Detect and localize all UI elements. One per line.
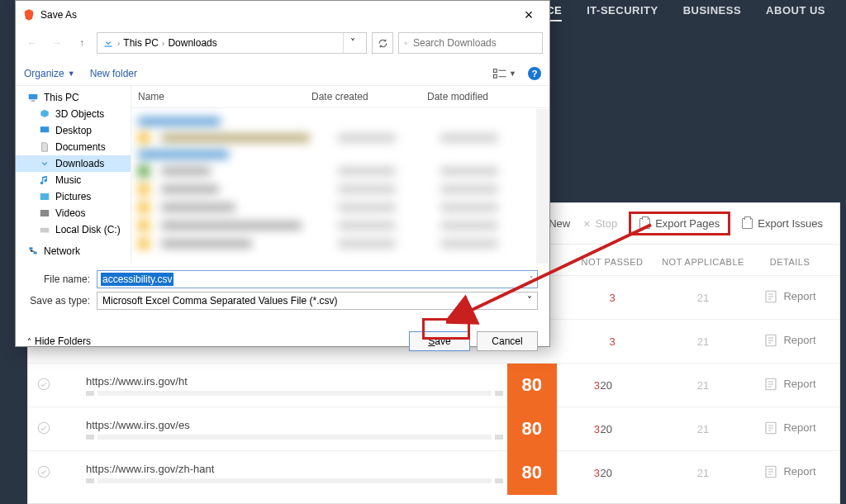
export-issues-button[interactable]: Export Issues [740,214,825,233]
view-options[interactable]: ▼ [492,68,516,79]
report-button[interactable]: Report [763,289,815,304]
path-segment[interactable]: Downloads [168,37,216,49]
not-passed-value: 3 [594,423,600,435]
passed-value: 20 [561,379,652,392]
site-nav: MMERCE IT-SECURITY BUSINESS ABOUT US [511,4,825,21]
svg-point-8 [405,41,407,44]
tree-this-pc[interactable]: This PC [16,89,131,106]
svg-rect-10 [494,75,497,78]
folder-tree: This PC 3D Objects Desktop Documents Dow… [16,86,131,264]
check-circle-icon [36,421,51,435]
path-segment[interactable]: This PC [123,37,159,49]
svg-rect-17 [29,247,32,250]
result-row: https://www.irs.gov/es 80 20 3 21 Report [28,407,839,450]
not-applicable-value: 21 [658,335,749,348]
vertical-scrollbar[interactable] [536,109,549,264]
svg-rect-16 [40,228,50,233]
tree-downloads[interactable]: Downloads [16,155,131,172]
new-folder-button[interactable]: New folder [90,68,137,79]
col-not-applicable: NOT APPLICABLE [658,257,749,267]
tree-network[interactable]: Network [16,243,131,259]
col-not-passed: NOT PASSED [567,257,658,267]
tree-local-disk[interactable]: Local Disk (C:) [16,221,131,238]
save-as-dialog: Save As × ← → ↑ › This PC › Downloads ˅ … [15,0,550,347]
col-date-modified[interactable]: Date modified [427,91,543,102]
up-button[interactable]: ↑ [72,33,92,53]
tree-music[interactable]: Music [16,172,131,188]
svg-point-4 [38,422,50,434]
hide-folders-toggle[interactable]: ˄ Hide Folders [27,335,91,347]
check-circle-icon [36,464,51,479]
not-passed-value: 3 [567,335,658,348]
savetype-label: Save as type: [27,295,90,307]
check-circle-icon [36,377,51,392]
new-button[interactable]: New [547,214,572,233]
report-button[interactable]: Report [763,377,815,392]
svg-rect-9 [494,69,497,73]
cancel-button[interactable]: Cancel [477,331,538,351]
not-applicable-value: 21 [658,379,749,392]
tree-videos[interactable]: Videos [16,205,131,221]
not-passed-value: 3 [594,467,600,479]
close-button[interactable]: × [515,6,543,24]
col-name[interactable]: Name [138,91,311,102]
report-button[interactable]: Report [763,464,815,479]
file-list: Name Date created Date modified [131,86,549,264]
tree-pictures[interactable]: Pictures [16,188,131,205]
report-button[interactable]: Report [763,421,815,435]
help-icon[interactable]: ? [528,67,541,80]
score-value: 80 [507,407,557,451]
dialog-toolbar: Organize ▼ New folder ▼ ? [16,62,549,86]
nav-about-us[interactable]: ABOUT US [766,4,825,21]
not-passed-value: 3 [567,292,658,304]
tree-desktop[interactable]: Desktop [16,122,131,139]
nav-business[interactable]: BUSINESS [683,4,741,21]
svg-rect-12 [31,101,36,102]
svg-rect-18 [34,252,37,254]
result-url: https://www.irs.gov/es [86,419,503,431]
address-bar[interactable]: › This PC › Downloads ˅ [97,32,367,54]
nav-it-security[interactable]: IT-SECURITY [587,4,658,21]
svg-point-2 [38,378,50,390]
result-url: https://www.irs.gov/ht [86,375,503,388]
result-url: https://www.irs.gov/zh-hant [86,463,503,475]
export-pages-button[interactable]: Export Pages [629,212,730,235]
not-passed-value: 3 [594,379,600,392]
nav-address-row: ← → ↑ › This PC › Downloads ˅ [16,29,549,62]
not-applicable-value: 21 [658,423,749,435]
col-date-created[interactable]: Date created [311,91,427,102]
highlight-save [422,318,470,340]
forward-button[interactable]: → [47,33,67,53]
refresh-button[interactable] [372,32,393,54]
view-icon [492,68,507,79]
export-icon [742,218,753,229]
blurred-file-rows [131,111,549,264]
search-input[interactable] [413,37,537,49]
search-icon [404,38,408,49]
report-button[interactable]: Report [763,333,815,348]
download-icon [102,37,114,49]
not-applicable-value: 21 [658,292,749,304]
export-icon [639,218,650,229]
tree-documents[interactable]: Documents [16,139,131,155]
path-dropdown[interactable]: ˅ [343,33,361,53]
passed-value: 20 [561,467,652,479]
result-row: https://www.irs.gov/zh-hant 80 20 3 21 R… [28,450,839,494]
svg-rect-13 [40,126,50,132]
score-value: 80 [507,364,557,407]
filename-label: File name: [27,273,90,285]
dialog-titlebar: Save As × [16,1,549,29]
passed-value: 20 [561,423,652,435]
stop-button[interactable]: × Stop [582,214,619,234]
organize-dropdown[interactable]: Organize ▼ [24,68,75,79]
search-box[interactable] [398,32,543,54]
col-details: DETAILS [749,257,831,267]
brave-icon [22,8,36,21]
filename-input[interactable]: accessibility.csv ˅ [97,270,538,288]
savetype-select[interactable]: Microsoft Excel Comma Separated Values F… [97,292,538,310]
tree-3d-objects[interactable]: 3D Objects [16,106,131,122]
not-applicable-value: 21 [658,467,749,479]
svg-point-6 [38,466,50,478]
back-button[interactable]: ← [22,33,42,53]
svg-rect-15 [40,210,50,216]
